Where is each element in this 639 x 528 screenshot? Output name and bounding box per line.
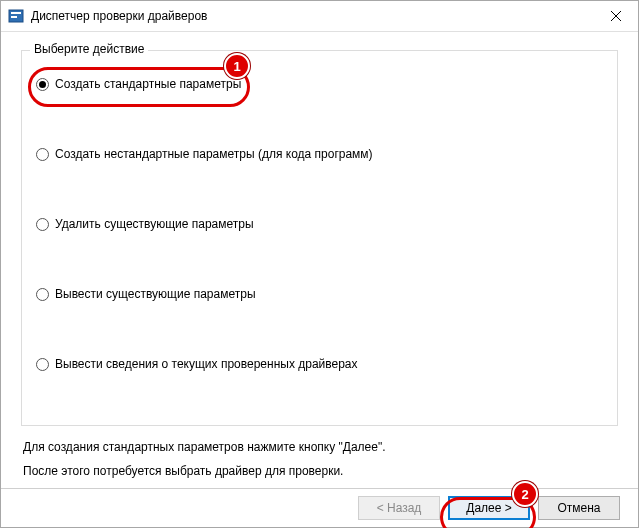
app-icon [7, 7, 25, 25]
hint-text: Для создания стандартных параметров нажм… [23, 440, 616, 478]
button-label: Отмена [557, 501, 600, 515]
radio-create-standard[interactable]: Создать стандартные параметры [36, 77, 241, 91]
window-title: Диспетчер проверки драйверов [31, 9, 594, 23]
radio-create-custom[interactable]: Создать нестандартные параметры (для код… [36, 147, 373, 161]
dialog-window: Диспетчер проверки драйверов Выберите де… [0, 0, 639, 528]
back-button: < Назад [358, 496, 440, 520]
action-groupbox: Выберите действие Создать стандартные па… [21, 50, 618, 426]
next-button[interactable]: Далее > [448, 496, 530, 520]
radio-label: Создать стандартные параметры [55, 77, 241, 91]
radio-delete-existing[interactable]: Удалить существующие параметры [36, 217, 254, 231]
radio-show-existing-input[interactable] [36, 288, 49, 301]
hint-line-2: После этого потребуется выбрать драйвер … [23, 464, 616, 478]
svg-rect-2 [11, 16, 17, 18]
callout-number: 1 [233, 59, 240, 74]
radio-delete-existing-input[interactable] [36, 218, 49, 231]
close-button[interactable] [594, 1, 638, 31]
close-icon [611, 11, 621, 21]
callout-badge-1: 1 [224, 53, 250, 79]
wizard-footer: < Назад Далее > Отмена 2 [1, 488, 638, 527]
svg-rect-1 [11, 12, 21, 14]
radio-label: Вывести сведения о текущих проверенных д… [55, 357, 358, 371]
radio-label: Удалить существующие параметры [55, 217, 254, 231]
cancel-button[interactable]: Отмена [538, 496, 620, 520]
radio-create-standard-input[interactable] [36, 78, 49, 91]
radio-create-custom-input[interactable] [36, 148, 49, 161]
radio-label: Создать нестандартные параметры (для код… [55, 147, 373, 161]
radio-show-verified-input[interactable] [36, 358, 49, 371]
button-label: Далее > [466, 501, 512, 515]
radio-show-existing[interactable]: Вывести существующие параметры [36, 287, 256, 301]
hint-line-1: Для создания стандартных параметров нажм… [23, 440, 616, 454]
titlebar: Диспетчер проверки драйверов [1, 1, 638, 32]
groupbox-label: Выберите действие [30, 42, 148, 56]
client-area: Выберите действие Создать стандартные па… [1, 32, 638, 488]
radio-label: Вывести существующие параметры [55, 287, 256, 301]
radio-show-verified[interactable]: Вывести сведения о текущих проверенных д… [36, 357, 358, 371]
button-label: < Назад [377, 501, 422, 515]
